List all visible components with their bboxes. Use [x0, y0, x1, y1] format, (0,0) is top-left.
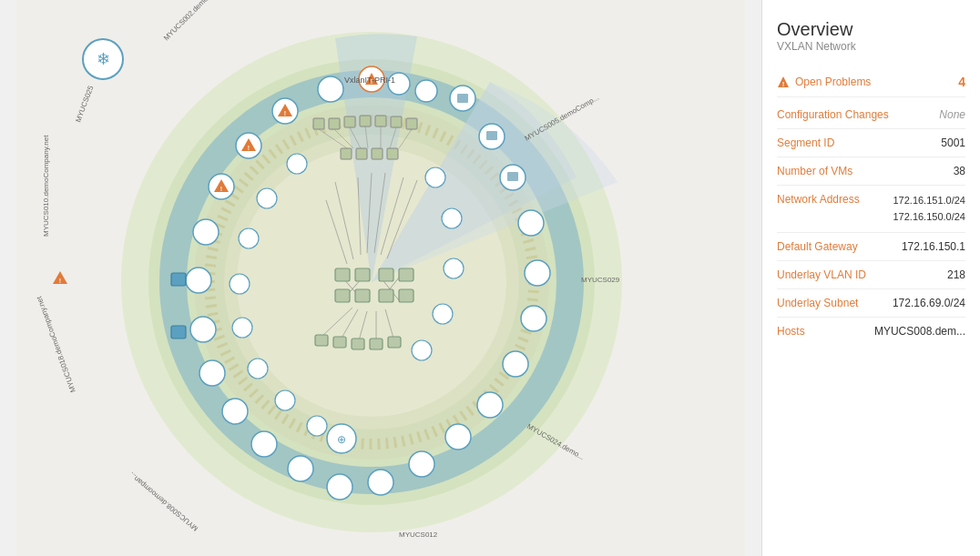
num-vms-label: Number of VMs: [777, 165, 868, 177]
svg-text:!: !: [284, 110, 286, 116]
svg-rect-51: [333, 337, 346, 348]
config-changes-label: Configuration Changes: [777, 108, 889, 121]
svg-point-61: [518, 210, 544, 236]
svg-rect-44: [335, 289, 350, 302]
svg-rect-45: [355, 289, 370, 302]
svg-point-70: [288, 456, 313, 481]
network-address-label: Network Address: [777, 193, 868, 206]
segment-id-row: Segment ID 5001: [777, 129, 965, 157]
svg-rect-110: [171, 273, 186, 286]
svg-point-63: [521, 306, 546, 331]
svg-rect-27: [360, 116, 371, 126]
svg-point-105: [230, 274, 250, 294]
default-gateway-row: Default Gateway 172.16.150.1: [777, 233, 965, 261]
svg-point-108: [287, 154, 307, 174]
svg-point-100: [412, 340, 432, 360]
config-changes-row: Configuration Changes None: [777, 101, 965, 129]
segment-id-value: 5001: [941, 136, 965, 149]
num-vms-value: 38: [954, 165, 965, 177]
default-gateway-value: 172.16.150.1: [902, 240, 965, 253]
svg-point-98: [444, 258, 464, 278]
svg-rect-28: [375, 116, 386, 126]
svg-rect-56: [457, 94, 468, 103]
svg-point-72: [222, 399, 248, 424]
svg-rect-60: [507, 172, 518, 181]
svg-text:MYUCS029: MYUCS029: [581, 276, 620, 284]
svg-rect-47: [399, 268, 413, 281]
segment-id-label: Segment ID: [777, 136, 868, 149]
overview-panel: Overview VXLAN Network ! Open Problems 4…: [761, 0, 980, 556]
svg-point-75: [186, 268, 211, 293]
network-address-row: Network Address 172.16.151.0/24172.16.15…: [777, 186, 965, 233]
overview-title: Overview: [777, 18, 965, 40]
svg-point-69: [327, 474, 352, 500]
config-changes-value: None: [939, 108, 965, 121]
svg-text:MYUCS010.demoCompany.net: MYUCS010.demoCompany.net: [42, 135, 50, 237]
hosts-value: MYUCS008.dem...: [874, 325, 965, 338]
warning-icon: !: [777, 76, 790, 88]
svg-point-66: [445, 424, 471, 450]
svg-text:VxlanIT-PRI-1: VxlanIT-PRI-1: [344, 76, 395, 85]
svg-rect-43: [355, 268, 370, 281]
svg-text:!: !: [248, 145, 250, 151]
svg-rect-38: [341, 148, 352, 159]
underlay-vlan-value: 218: [947, 268, 965, 281]
svg-rect-46: [379, 268, 393, 281]
hosts-row: Hosts MYUCS008.dem...: [777, 318, 965, 345]
svg-rect-49: [399, 289, 413, 302]
svg-point-104: [232, 318, 252, 338]
svg-point-76: [193, 219, 219, 245]
svg-rect-25: [329, 118, 340, 129]
hosts-label: Hosts: [777, 325, 868, 338]
underlay-vlan-label: Underlay VLAN ID: [777, 268, 868, 281]
svg-point-102: [275, 390, 295, 410]
svg-text:MYUCS012: MYUCS012: [399, 531, 438, 539]
svg-rect-39: [356, 148, 367, 159]
svg-rect-109: [171, 326, 186, 339]
svg-rect-24: [313, 118, 324, 129]
svg-point-97: [442, 208, 462, 228]
open-problems-label: ! Open Problems: [777, 76, 871, 88]
svg-rect-54: [388, 337, 401, 348]
svg-rect-42: [335, 268, 350, 281]
svg-text:!: !: [782, 80, 785, 88]
svg-point-96: [425, 167, 445, 187]
svg-rect-29: [391, 116, 402, 127]
svg-point-99: [433, 304, 453, 324]
svg-rect-50: [315, 335, 328, 346]
svg-point-67: [409, 451, 434, 477]
svg-text:❄: ❄: [97, 50, 110, 68]
svg-rect-58: [486, 131, 497, 140]
svg-point-65: [477, 392, 503, 418]
underlay-subnet-value: 172.16.69.0/24: [893, 297, 965, 309]
network-diagram: ! ! ! ! ! ❄: [0, 0, 761, 556]
underlay-vlan-row: Underlay VLAN ID 218: [777, 261, 965, 289]
underlay-subnet-row: Underlay Subnet 172.16.69.0/24: [777, 289, 965, 318]
svg-rect-40: [372, 148, 383, 159]
svg-point-101: [307, 416, 327, 436]
svg-point-103: [248, 359, 268, 379]
svg-point-64: [503, 351, 528, 377]
svg-point-74: [190, 317, 216, 342]
svg-text:!: !: [220, 186, 222, 192]
svg-rect-52: [352, 339, 364, 349]
num-vms-row: Number of VMs 38: [777, 157, 965, 186]
open-problems-count: 4: [958, 75, 965, 89]
svg-rect-26: [344, 116, 355, 127]
network-address-value: 172.16.151.0/24172.16.150.0/24: [893, 193, 965, 225]
svg-text:⊕: ⊕: [337, 433, 346, 446]
svg-point-85: [415, 80, 437, 102]
open-problems-row[interactable]: ! Open Problems 4: [777, 67, 965, 97]
svg-text:!: !: [59, 278, 61, 284]
svg-rect-48: [379, 289, 393, 302]
svg-rect-41: [387, 148, 398, 159]
default-gateway-label: Default Gateway: [777, 240, 868, 253]
svg-point-71: [251, 431, 277, 457]
svg-point-68: [368, 470, 393, 495]
svg-point-62: [525, 260, 550, 286]
svg-point-106: [239, 228, 259, 248]
svg-point-80: [318, 76, 343, 102]
svg-rect-30: [406, 118, 417, 129]
svg-point-107: [257, 188, 277, 208]
svg-point-73: [199, 360, 225, 386]
